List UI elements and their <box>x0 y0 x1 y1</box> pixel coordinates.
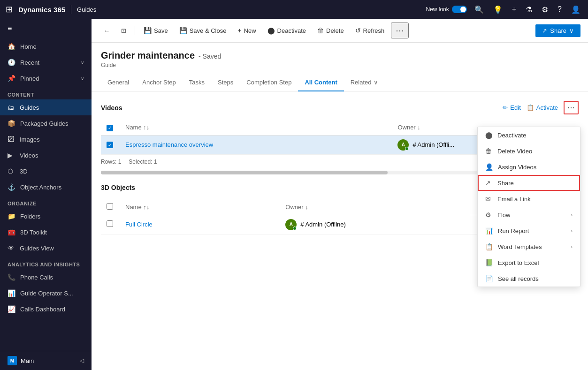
objects-select-all-header[interactable] <box>101 199 120 215</box>
dropdown-item-word-templates[interactable]: 📋 Word Templates › <box>478 239 580 255</box>
object-name-link[interactable]: Full Circle <box>125 221 153 228</box>
tab-tasks[interactable]: Tasks <box>183 74 211 91</box>
delete-button[interactable]: 🗑 Delete <box>313 24 349 37</box>
tab-related[interactable]: Related ∨ <box>344 74 385 91</box>
share-button[interactable]: ↗ Share ∨ <box>535 24 580 37</box>
sidebar-item-phone-calls[interactable]: 📞 Phone Calls <box>0 269 92 285</box>
dropdown-item-email-link[interactable]: ✉ Email a Link <box>478 191 580 207</box>
flow-chevron-icon: › <box>571 212 573 218</box>
selected-count: Selected: 1 <box>129 159 157 165</box>
tab-all-content[interactable]: All Content <box>298 74 344 91</box>
hamburger-icon[interactable]: ≡ <box>0 19 92 38</box>
user-icon[interactable]: 👤 <box>569 3 582 16</box>
deactivate-menu-label: Deactivate <box>497 132 526 139</box>
sidebar-item-videos[interactable]: ▶ Videos <box>0 147 92 163</box>
dropdown-item-share[interactable]: ↗ Share <box>478 175 580 191</box>
sidebar-recent-label: Recent <box>20 59 39 66</box>
guides-icon: 🗂 <box>8 104 15 111</box>
content-section-label: Content <box>0 86 92 99</box>
refresh-label: Refresh <box>363 27 385 34</box>
more-toolbar-button[interactable]: ⋯ <box>391 23 409 38</box>
help-icon[interactable]: 💡 <box>491 3 504 16</box>
dropdown-item-see-all-records[interactable]: 📄 See all records <box>478 271 580 287</box>
dropdown-item-delete-video[interactable]: 🗑 Delete Video <box>478 143 580 159</box>
objects-name-header[interactable]: Name ↑↓ <box>120 199 280 215</box>
sidebar-item-guides-view[interactable]: 👁 Guides View <box>0 240 92 256</box>
tab-anchor-step[interactable]: Anchor Step <box>136 74 183 91</box>
app-name: Guides <box>77 6 96 13</box>
new-button[interactable]: + New <box>233 24 260 37</box>
sidebar-item-3d[interactable]: ⬡ 3D <box>0 163 92 179</box>
sidebar-item-pinned[interactable]: 📌 Pinned ∨ <box>0 70 92 86</box>
guides-view-icon: 👁 <box>8 244 15 252</box>
tab-general[interactable]: General <box>101 74 136 91</box>
tab-button[interactable]: ⊡ <box>116 24 131 37</box>
sidebar-item-folders[interactable]: 📁 Folders <box>0 208 92 224</box>
edit-button[interactable]: ✏ Edit <box>503 104 520 111</box>
sidebar-item-recent[interactable]: 🕐 Recent ∨ <box>0 54 92 70</box>
back-button[interactable]: ← <box>99 24 115 37</box>
save-close-icon: 💾 <box>179 27 187 34</box>
tab-steps[interactable]: Steps <box>211 74 240 91</box>
brand-name: Dynamics 365 <box>18 6 65 14</box>
row-checkbox[interactable] <box>107 220 113 227</box>
word-templates-icon: 📋 <box>485 243 493 250</box>
settings-icon[interactable]: ⚙ <box>540 3 550 16</box>
sidebar-item-calls-dashboard[interactable]: 📈 Calls Dashboard <box>0 301 92 317</box>
sidebar-item-3d-toolkit[interactable]: 🧰 3D Toolkit <box>0 224 92 240</box>
filter-icon[interactable]: ⚗ <box>524 3 534 16</box>
videos-name-header[interactable]: Name ↑↓ <box>120 120 392 135</box>
dropdown-item-assign-videos[interactable]: 👤 Assign Videos <box>478 159 580 175</box>
flow-label: Flow <box>497 211 510 219</box>
delete-label: Delete <box>326 27 344 34</box>
new-look-toggle[interactable]: New look <box>426 6 466 13</box>
context-dropdown-menu: ⬤ Deactivate 🗑 Delete Video 👤 Assign Vid… <box>477 127 580 287</box>
edit-icon: ✏ <box>503 104 508 111</box>
sidebar-item-guide-operator[interactable]: 📊 Guide Operator S... <box>0 285 92 301</box>
toolbar-separator <box>135 26 135 35</box>
videos-more-button[interactable]: ⋯ <box>564 101 579 114</box>
email-link-label: Email a Link <box>497 196 531 203</box>
tabs-bar: General Anchor Step Tasks Steps Completi… <box>92 74 588 91</box>
row-checkbox-cell[interactable] <box>101 215 120 234</box>
deactivate-button[interactable]: ⬤ Deactivate <box>263 24 311 37</box>
tab-icon: ⊡ <box>121 27 126 34</box>
sidebar-item-packaged-guides[interactable]: 📦 Packaged Guides <box>0 115 92 131</box>
related-chevron-icon: ∨ <box>374 79 378 86</box>
row-checkbox-cell[interactable]: ✓ <box>101 135 120 154</box>
videos-select-all-header[interactable]: ✓ <box>101 120 120 135</box>
refresh-button[interactable]: ↺ Refresh <box>351 24 389 37</box>
dropdown-item-flow[interactable]: ⚙ Flow › <box>478 207 580 223</box>
sidebar-item-guides[interactable]: 🗂 Guides <box>0 99 92 115</box>
sidebar-3d-label: 3D <box>20 168 28 175</box>
dropdown-item-export-excel[interactable]: 📗 Export to Excel <box>478 255 580 271</box>
tab-completion-step[interactable]: Completion Step <box>240 74 298 91</box>
sidebar-folders-label: Folders <box>20 213 40 220</box>
videos-section-title: Videos <box>101 104 122 112</box>
deactivate-label: Deactivate <box>277 27 306 34</box>
add-icon[interactable]: + <box>510 3 518 15</box>
new-look-switch[interactable] <box>452 6 467 13</box>
sidebar-item-home[interactable]: 🏠 Home <box>0 38 92 54</box>
videos-icon: ▶ <box>8 151 15 159</box>
save-close-button[interactable]: 💾 Save & Close <box>175 24 231 37</box>
run-report-icon: 📊 <box>485 227 493 234</box>
objects-select-all-checkbox[interactable] <box>107 203 113 210</box>
video-name-link[interactable]: Espresso maintenance overview <box>125 141 213 148</box>
see-all-records-icon: 📄 <box>485 275 493 282</box>
dropdown-item-deactivate[interactable]: ⬤ Deactivate <box>478 127 580 143</box>
activate-button[interactable]: 📋 Activate <box>527 104 558 111</box>
sidebar-item-images[interactable]: 🖼 Images <box>0 131 92 147</box>
row-checkbox[interactable]: ✓ <box>107 142 113 148</box>
waffle-icon[interactable]: ⊞ <box>6 4 13 15</box>
question-icon[interactable]: ? <box>556 3 564 15</box>
search-icon[interactable]: 🔍 <box>473 3 486 16</box>
run-report-label: Run Report <box>498 227 529 234</box>
sidebar-item-object-anchors[interactable]: ⚓ Object Anchors <box>0 179 92 195</box>
save-button[interactable]: 💾 Save <box>139 24 173 37</box>
dropdown-item-run-report[interactable]: 📊 Run Report › <box>478 223 580 239</box>
select-all-checkbox[interactable]: ✓ <box>107 125 113 131</box>
pinned-icon: 📌 <box>8 75 15 82</box>
assign-videos-icon: 👤 <box>485 163 493 171</box>
back-icon: ← <box>104 27 110 34</box>
